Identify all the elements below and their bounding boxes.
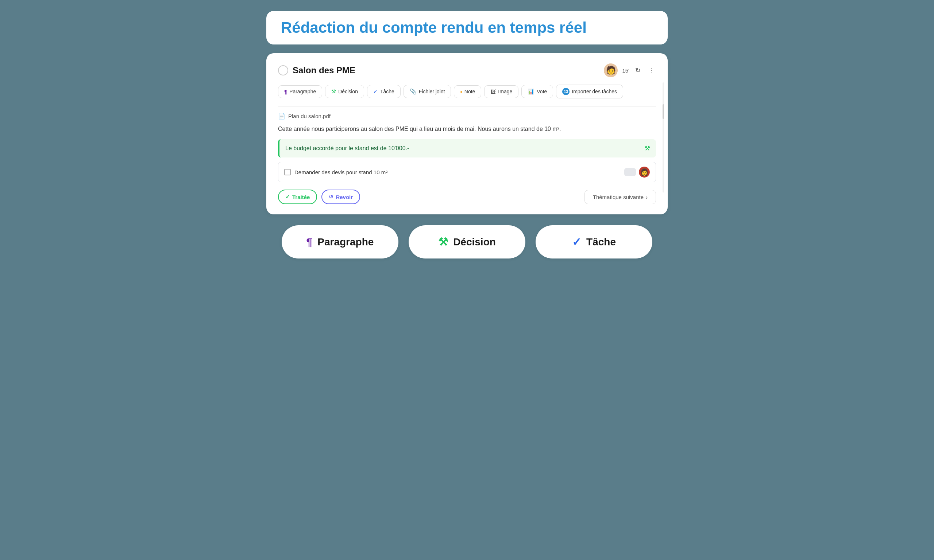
big-paragraphe-label: Paragraphe	[317, 236, 374, 248]
task-row: Demander des devis pour stand 10 m² 👩	[278, 162, 656, 182]
scroll-thumb	[663, 104, 664, 119]
file-attachment: 📄 Plan du salon.pdf	[278, 113, 656, 120]
note-icon: ▪	[460, 89, 462, 95]
title-banner: Rédaction du compte rendu en temps réel	[266, 11, 668, 45]
tool-tache[interactable]: ✓ Tâche	[367, 85, 401, 98]
big-tache-icon: ✓	[572, 235, 581, 248]
image-icon: 🖼	[490, 89, 496, 95]
import-badge: 13	[562, 88, 570, 95]
fichier-icon: 📎	[410, 88, 417, 95]
decision-row: Le budget accordé pour le stand est de 1…	[278, 139, 656, 157]
main-card: Salon des PME 🧑 15' ↻ ⋮ ¶ Paragraphe ⚒ D…	[266, 53, 668, 214]
big-decision-icon: ⚒	[438, 235, 448, 248]
vote-icon: 📊	[527, 88, 535, 95]
file-name: Plan du salon.pdf	[288, 113, 331, 119]
pdf-icon: 📄	[278, 113, 285, 120]
big-decision-label: Décision	[453, 236, 496, 248]
time-badge: 15'	[622, 68, 629, 74]
task-avatar: 👩	[639, 167, 650, 178]
card-footer: ✓ Traitée ↺ Revoir Thématique suivante ›	[278, 189, 656, 204]
avatar: 🧑	[604, 63, 618, 77]
card-header-right: 🧑 15' ↻ ⋮	[604, 63, 656, 77]
bottom-buttons: ¶ Paragraphe ⚒ Décision ✓ Tâche	[266, 225, 668, 258]
body-text: Cette année nous participerons au salon …	[278, 125, 656, 134]
refresh-button[interactable]: ↻	[634, 65, 642, 76]
tool-vote[interactable]: 📊 Vote	[521, 85, 553, 98]
tool-decision[interactable]: ⚒ Décision	[325, 85, 364, 98]
big-tache-label: Tâche	[586, 236, 616, 248]
task-tag	[624, 168, 636, 176]
task-checkbox[interactable]	[284, 169, 291, 175]
footer-left: ✓ Traitée ↺ Revoir	[278, 189, 360, 204]
toolbar: ¶ Paragraphe ⚒ Décision ✓ Tâche 📎 Fichie…	[278, 85, 656, 98]
page-title: Rédaction du compte rendu en temps réel	[281, 19, 653, 37]
decision-hammer-icon: ⚒	[644, 145, 650, 152]
tache-icon: ✓	[373, 88, 378, 95]
big-decision-button[interactable]: ⚒ Décision	[408, 225, 526, 258]
meeting-status-button[interactable]	[278, 65, 288, 75]
chevron-right-icon: ›	[646, 194, 647, 200]
big-paragraphe-button[interactable]: ¶ Paragraphe	[282, 225, 398, 258]
tool-note[interactable]: ▪ Note	[454, 85, 481, 98]
card-header: Salon des PME 🧑 15' ↻ ⋮	[278, 63, 656, 77]
traitee-label: Traitée	[292, 194, 310, 200]
big-tache-button[interactable]: ✓ Tâche	[536, 225, 652, 258]
meeting-title: Salon des PME	[293, 65, 355, 75]
decision-icon: ⚒	[331, 88, 336, 95]
revoir-label: Revoir	[336, 194, 353, 200]
card-header-left: Salon des PME	[278, 65, 355, 75]
revoir-icon: ↺	[329, 194, 333, 200]
tool-fichier[interactable]: 📎 Fichier joint	[404, 85, 451, 98]
task-text: Demander des devis pour stand 10 m²	[294, 169, 387, 175]
traitee-button[interactable]: ✓ Traitée	[278, 189, 317, 204]
revoir-button[interactable]: ↺ Revoir	[321, 189, 360, 204]
scroll-track	[663, 82, 664, 192]
decision-text: Le budget accordé pour le stand est de 1…	[285, 145, 409, 152]
big-paragraphe-icon: ¶	[307, 236, 313, 248]
divider	[278, 106, 656, 107]
task-right: 👩	[624, 167, 650, 178]
next-button[interactable]: Thématique suivante ›	[584, 190, 656, 204]
task-left: Demander des devis pour stand 10 m²	[284, 169, 387, 175]
next-label: Thématique suivante	[593, 194, 644, 200]
tool-import[interactable]: 13 Importer des tâches	[556, 85, 623, 98]
more-options-button[interactable]: ⋮	[646, 65, 656, 76]
traitee-check-icon: ✓	[285, 194, 290, 200]
tool-image[interactable]: 🖼 Image	[484, 85, 518, 98]
paragraphe-icon: ¶	[284, 89, 287, 95]
tool-paragraphe[interactable]: ¶ Paragraphe	[278, 85, 322, 98]
